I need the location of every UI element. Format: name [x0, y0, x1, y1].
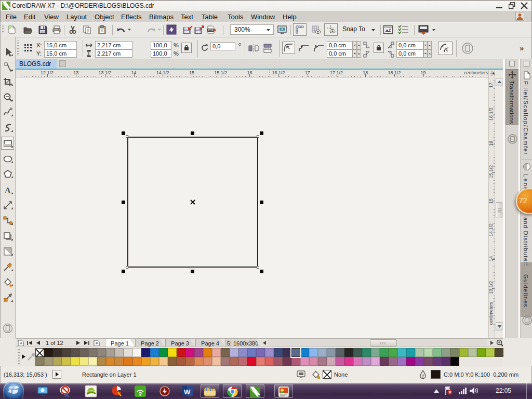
- svg-text:PDF: PDF: [208, 29, 214, 32]
- svg-text:W: W: [184, 388, 191, 396]
- svg-text:A: A: [5, 186, 11, 195]
